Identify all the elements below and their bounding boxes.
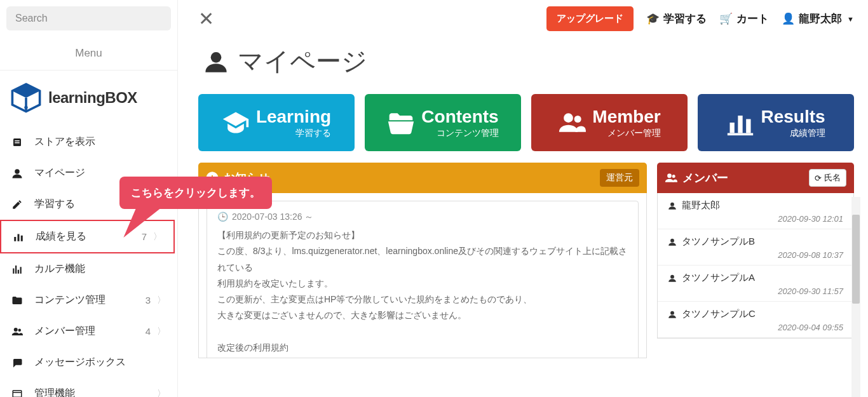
svg-point-33 bbox=[670, 311, 674, 314]
news-line: https://learningbox.online/new-terms-and… bbox=[217, 356, 628, 358]
graduation-cap-icon bbox=[222, 109, 250, 137]
svg-marker-1 bbox=[12, 84, 39, 98]
svg-point-29 bbox=[672, 175, 675, 178]
chevron-right-icon: 〉 bbox=[157, 295, 166, 306]
card-learning[interactable]: Learning学習する bbox=[198, 94, 355, 151]
window-icon bbox=[11, 388, 25, 398]
svg-point-14 bbox=[14, 328, 18, 332]
svg-rect-8 bbox=[18, 234, 20, 241]
scrollbar[interactable] bbox=[851, 197, 860, 397]
member-time: 2020-09-30 11:57 bbox=[668, 286, 843, 296]
news-line: 利用規約を改定いたします。 bbox=[217, 276, 628, 292]
svg-point-18 bbox=[211, 52, 222, 63]
svg-rect-22 bbox=[738, 116, 743, 133]
svg-rect-13 bbox=[20, 267, 22, 274]
users-icon bbox=[558, 109, 586, 137]
news-item: 🕒 2020-07-03 13:26 ～ 【利用規約の更新予定のお知らせ】この度… bbox=[207, 201, 639, 358]
users-icon bbox=[665, 172, 677, 184]
user-icon bbox=[11, 168, 25, 179]
upgrade-button[interactable]: アップグレード bbox=[546, 6, 634, 31]
sidebar-item-label: メッセージボックス bbox=[34, 356, 166, 369]
chat-icon bbox=[11, 357, 25, 368]
sort-name-button[interactable]: ⟳ 氏名 bbox=[809, 169, 846, 187]
bar-chart-icon bbox=[726, 109, 754, 137]
logo-text: learningBOX bbox=[48, 89, 137, 107]
sidebar-item-count: 3 bbox=[146, 295, 151, 306]
member-time: 2020-09-08 10:37 bbox=[668, 250, 843, 260]
user-icon bbox=[668, 238, 677, 246]
bars-icon bbox=[11, 264, 25, 275]
svg-rect-9 bbox=[21, 235, 23, 241]
member-time: 2020-09-30 12:01 bbox=[668, 214, 843, 224]
tooltip-callout: こちらをクリックします。 bbox=[119, 177, 272, 209]
panel-members: メンバー ⟳ 氏名 龍野太郎2020-09-30 12:01タツノサンプルB20… bbox=[657, 163, 854, 358]
svg-point-32 bbox=[670, 274, 674, 278]
sidebar-item-label: カルテ機能 bbox=[34, 262, 166, 276]
store-icon bbox=[11, 137, 25, 148]
svg-rect-7 bbox=[14, 237, 16, 241]
pencil-icon bbox=[11, 199, 25, 210]
svg-point-2 bbox=[24, 106, 27, 109]
top-link-learn[interactable]: 🎓 学習する bbox=[646, 11, 707, 26]
svg-rect-21 bbox=[730, 123, 735, 133]
chart-icon bbox=[13, 231, 27, 243]
svg-point-6 bbox=[15, 169, 20, 174]
top-link-cart[interactable]: 🛒 カート bbox=[719, 11, 769, 26]
svg-rect-16 bbox=[13, 390, 22, 397]
svg-point-28 bbox=[667, 173, 672, 178]
top-link-user[interactable]: 👤 龍野太郎 ▼ bbox=[782, 11, 854, 26]
users-icon bbox=[11, 326, 25, 337]
svg-rect-24 bbox=[728, 133, 753, 136]
member-row[interactable]: タツノサンプルC2020-09-04 09:55 bbox=[658, 302, 853, 338]
chevron-right-icon: 〉 bbox=[153, 231, 162, 243]
member-name: タツノサンプルB bbox=[682, 236, 755, 248]
graduation-cap-icon: 🎓 bbox=[646, 12, 660, 25]
card-contents[interactable]: Contentsコンテンツ管理 bbox=[365, 94, 521, 151]
card-member[interactable]: Memberメンバー管理 bbox=[531, 94, 688, 151]
sidebar-item-store[interactable]: ストアを表示 bbox=[0, 126, 177, 158]
sidebar-item-folder[interactable]: コンテンツ管理3〉 bbox=[0, 285, 177, 316]
svg-point-31 bbox=[670, 238, 674, 242]
news-line: この度、8/3より、lms.quizgenerator.net、learning… bbox=[217, 243, 628, 275]
main-area: ✕ アップグレード 🎓 学習する 🛒 カート 👤 龍野太郎 ▼ マイページ Le… bbox=[184, 0, 868, 397]
svg-point-20 bbox=[574, 116, 581, 123]
page-title: マイページ bbox=[238, 44, 367, 79]
member-row[interactable]: タツノサンプルA2020-09-30 11:57 bbox=[658, 266, 853, 302]
svg-point-30 bbox=[670, 202, 674, 206]
svg-point-15 bbox=[18, 328, 22, 332]
sidebar-item-chat[interactable]: メッセージボックス bbox=[0, 347, 177, 378]
user-solid-icon bbox=[203, 49, 229, 74]
member-time: 2020-09-04 09:55 bbox=[668, 323, 843, 332]
sidebar-item-count: 4 bbox=[146, 326, 151, 337]
news-source-badge[interactable]: 運営元 bbox=[600, 169, 639, 187]
svg-rect-11 bbox=[15, 266, 17, 274]
svg-rect-10 bbox=[13, 268, 14, 273]
svg-rect-12 bbox=[18, 269, 19, 273]
sidebar-item-bars[interactable]: カルテ機能 bbox=[0, 253, 177, 285]
sidebar-item-label: 管理機能 bbox=[34, 387, 157, 397]
search-input[interactable]: Search bbox=[6, 6, 171, 30]
member-name: タツノサンプルA bbox=[682, 272, 755, 284]
chevron-right-icon: 〉 bbox=[157, 326, 166, 337]
sidebar-item-users[interactable]: メンバー管理4〉 bbox=[0, 316, 177, 347]
scrollbar-thumb[interactable] bbox=[852, 215, 860, 304]
user-icon bbox=[668, 274, 677, 283]
clock-icon: 🕒 bbox=[217, 209, 228, 225]
cart-icon: 🛒 bbox=[719, 12, 733, 25]
sidebar-item-label: ストアを表示 bbox=[34, 135, 166, 149]
member-row[interactable]: タツノサンプルB2020-09-08 10:37 bbox=[658, 229, 853, 266]
user-icon: 👤 bbox=[782, 12, 795, 25]
refresh-icon: ⟳ bbox=[815, 173, 822, 183]
member-row[interactable]: 龍野太郎2020-09-30 12:01 bbox=[658, 193, 853, 229]
news-line: 大きな変更はございませんので、大きな影響はございません。 bbox=[217, 307, 628, 323]
logo[interactable]: learningBOX bbox=[0, 71, 177, 126]
menu-heading: Menu bbox=[0, 37, 177, 71]
folder-icon bbox=[11, 295, 25, 306]
logo-icon bbox=[9, 81, 43, 115]
close-icon[interactable]: ✕ bbox=[198, 8, 214, 30]
member-name: 龍野太郎 bbox=[682, 199, 720, 212]
svg-rect-23 bbox=[747, 119, 751, 133]
members-header: メンバー bbox=[682, 170, 728, 185]
sidebar-item-window[interactable]: 管理機能〉 bbox=[0, 378, 177, 397]
card-results[interactable]: Results成績管理 bbox=[698, 94, 854, 151]
